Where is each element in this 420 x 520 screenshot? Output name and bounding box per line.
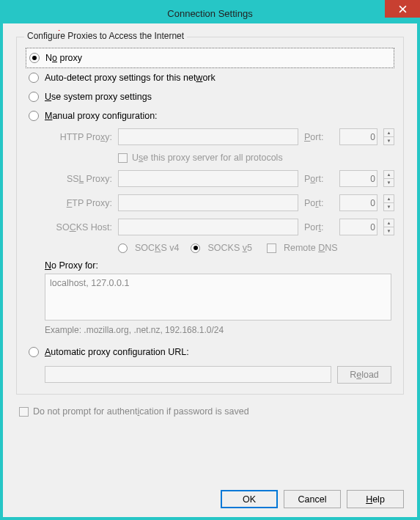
auto-url-row: Reload <box>45 366 391 384</box>
http-proxy-row: HTTP Proxy: Port: ▲▼ <box>45 128 394 145</box>
http-label: HTTP Proxy: <box>45 132 112 142</box>
radio-icon <box>29 92 39 102</box>
radio-system-proxy[interactable]: Use system proxy settings <box>26 87 394 106</box>
no-proxy-textarea[interactable]: localhost, 127.0.0.1 <box>45 274 391 321</box>
proxy-groupbox: Configure Proxies to Access the Internet… <box>16 37 404 395</box>
ssl-port-input[interactable] <box>339 170 377 187</box>
radio-auto-detect[interactable]: Auto-detect proxy settings for this netw… <box>26 68 394 87</box>
radio-icon <box>29 73 39 83</box>
radio-icon[interactable] <box>118 243 128 253</box>
window-title: Connection Settings <box>167 8 252 19</box>
socks-version-row: SOCKS v4 SOCKS v5 Remote DNS <box>118 243 394 253</box>
socks-v5-label: SOCKS v5 <box>207 243 251 253</box>
close-button[interactable] <box>385 0 420 18</box>
remote-dns-label: Remote DNS <box>284 243 338 253</box>
ftp-proxy-row: FTP Proxy: Port: ▲▼ <box>45 194 394 211</box>
checkbox-icon[interactable] <box>267 243 276 253</box>
use-all-protocols-row[interactable]: Use this proxy server for all protocols <box>118 153 394 163</box>
checkbox-icon <box>19 407 29 417</box>
port-spinner[interactable]: ▲▼ <box>383 170 394 187</box>
port-spinner[interactable]: ▲▼ <box>383 194 394 211</box>
radio-icon <box>29 111 39 121</box>
ssl-proxy-input[interactable] <box>118 170 298 187</box>
dont-prompt-row[interactable]: Do not prompt for authentication if pass… <box>19 406 401 417</box>
ssl-label: SSL Proxy: <box>45 174 112 184</box>
port-label: Port: <box>304 222 334 232</box>
socks-host-row: SOCKS Host: Port: ▲▼ <box>45 219 394 235</box>
port-label: Port: <box>304 174 334 184</box>
group-legend: Configure Proxies to Access the Internet <box>24 31 187 41</box>
ftp-label: FTP Proxy: <box>45 198 112 208</box>
checkbox-icon <box>118 153 128 163</box>
port-label: Port: <box>304 198 334 208</box>
titlebar: Connection Settings <box>3 3 417 23</box>
dialog-window: Connection Settings Configure Proxies to… <box>0 0 420 520</box>
socks-port-input[interactable] <box>339 219 377 235</box>
port-spinner[interactable]: ▲▼ <box>383 128 394 145</box>
content-area: Configure Proxies to Access the Internet… <box>3 23 417 436</box>
http-proxy-input[interactable] <box>118 128 298 145</box>
socks-host-input[interactable] <box>118 219 298 235</box>
manual-config-block: HTTP Proxy: Port: ▲▼ Use this proxy serv… <box>26 128 394 253</box>
socks-v4-label: SOCKS v4 <box>135 243 179 253</box>
radio-icon <box>29 347 39 357</box>
cancel-button[interactable]: Cancel <box>284 490 341 508</box>
reload-button[interactable]: Reload <box>337 366 391 384</box>
example-text: Example: .mozilla.org, .net.nz, 192.168.… <box>26 325 394 335</box>
http-port-input[interactable] <box>339 128 377 145</box>
ssl-proxy-row: SSL Proxy: Port: ▲▼ <box>45 170 394 187</box>
ok-button[interactable]: OK <box>221 490 278 508</box>
radio-manual-proxy[interactable]: Manual proxy configuration: <box>26 106 394 125</box>
radio-icon <box>29 53 40 63</box>
ftp-proxy-input[interactable] <box>118 194 298 211</box>
button-bar: OK Cancel Help <box>221 490 404 508</box>
close-icon <box>399 5 407 13</box>
no-proxy-for-label: No Proxy for: <box>26 260 394 271</box>
ftp-port-input[interactable] <box>339 194 377 211</box>
radio-no-proxy[interactable]: No proxy <box>26 48 394 68</box>
radio-auto-url[interactable]: Automatic proxy configuration URL: <box>26 343 394 362</box>
auto-url-input[interactable] <box>45 366 331 383</box>
socks-label: SOCKS Host: <box>45 222 112 232</box>
radio-icon[interactable] <box>191 243 200 253</box>
port-spinner[interactable]: ▲▼ <box>383 219 394 235</box>
port-label: Port: <box>304 132 334 142</box>
help-button[interactable]: Help <box>347 490 404 508</box>
dont-prompt-label: Do not prompt for authentication if pass… <box>33 406 249 417</box>
